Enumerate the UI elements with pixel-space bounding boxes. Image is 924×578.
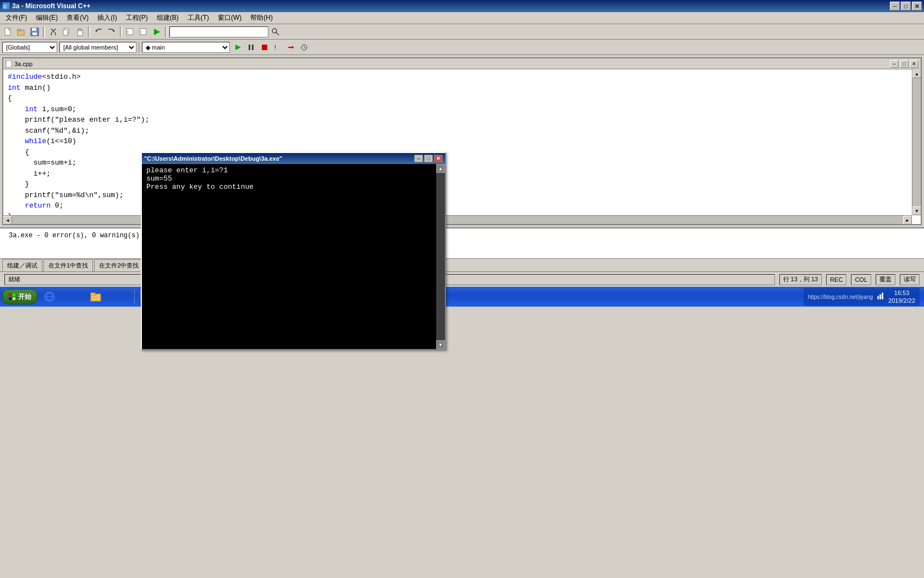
clock-date: 2019/2/22 [888, 297, 915, 304]
members-select[interactable]: [All global members] [59, 42, 136, 53]
debug-pause[interactable] [245, 41, 257, 53]
console-maximize[interactable]: □ [424, 155, 433, 162]
menu-project[interactable]: 工程(P) [123, 12, 151, 24]
editor-close[interactable]: ✕ [910, 60, 919, 68]
vscrollbar[interactable]: ▲ ▼ [912, 69, 921, 215]
code-editor-container: 3a.cpp ─ □ ✕ #include<stdio.h> int main(… [2, 57, 922, 225]
folder-icon [90, 291, 101, 302]
svg-rect-16 [78, 29, 81, 31]
menu-tools[interactable]: 工具(T) [184, 12, 212, 24]
svg-rect-28 [252, 45, 254, 50]
hscrollbar[interactable]: ◄ ► [3, 215, 912, 224]
console-window: "C:\Users\Administrator\Desktop\Debug\3a… [141, 152, 446, 350]
debug-toolbar: ! [232, 41, 310, 53]
start-button[interactable]: 开始 [2, 289, 37, 304]
debug-watch[interactable] [298, 41, 310, 53]
debug-stop[interactable] [258, 41, 271, 53]
run-button[interactable] [151, 26, 163, 38]
tab-find1[interactable]: 在文件1中查找 [43, 259, 93, 271]
quick-launch-2[interactable] [86, 290, 130, 304]
menu-file[interactable]: 文件(F) [2, 12, 30, 24]
sep3 [120, 26, 122, 37]
start-label: 开始 [18, 292, 31, 302]
menu-window[interactable]: 窗口(W) [215, 12, 245, 24]
console-scroll-up[interactable]: ▲ [436, 164, 445, 173]
svg-line-12 [55, 32, 56, 35]
tab-build[interactable]: 组建／调试 [2, 259, 42, 271]
svg-rect-8 [32, 32, 37, 35]
undo-button[interactable] [92, 26, 105, 38]
system-tray: https://blog.csdn.net/jiyang 16:53 2019/… [804, 288, 920, 306]
svg-rect-57 [879, 295, 881, 299]
open-button[interactable] [15, 26, 28, 38]
menu-bar: 文件(F) 编辑(E) 查看(V) 插入(I) 工程(P) 组建(B) 工具(T… [0, 12, 924, 24]
console-vscrollbar[interactable]: ▲ ▼ [436, 164, 445, 349]
status-readwrite: 读写 [900, 274, 920, 285]
tab-bar: 组建／调试 在文件1中查找 在文件2中查找 结果 SQL Debugging [0, 258, 924, 271]
copy-button[interactable] [61, 26, 73, 38]
scroll-track-v[interactable] [912, 78, 921, 206]
code-line-6: scanf("%d",&i); [8, 126, 910, 137]
svg-text:!: ! [127, 30, 128, 35]
redo-button[interactable] [106, 26, 118, 38]
compile-button[interactable]: ! [124, 26, 136, 38]
scroll-left[interactable]: ◄ [3, 216, 12, 224]
menu-help[interactable]: 帮助(H) [247, 12, 276, 24]
save-button[interactable] [29, 26, 41, 38]
console-body: please enter i,i=?1 sum=55 Press any key… [142, 164, 445, 349]
code-line-5: printf("please enter i,i=?"); [8, 114, 910, 126]
debug-restart[interactable]: ! [272, 41, 284, 53]
close-button[interactable]: ✕ [912, 2, 922, 10]
paste-button[interactable] [74, 26, 86, 38]
editor-title-bar: 3a.cpp ─ □ ✕ [3, 58, 921, 69]
menu-view[interactable]: 查看(V) [63, 12, 92, 24]
code-line-1: #include<stdio.h> [8, 72, 910, 83]
menu-insert[interactable]: 插入(I) [94, 12, 120, 24]
editor-minimize[interactable]: ─ [890, 60, 899, 68]
svg-rect-44 [91, 293, 95, 295]
console-minimize[interactable]: ─ [414, 155, 423, 162]
svg-line-10 [53, 29, 56, 32]
rec-text: REC [830, 276, 843, 283]
svg-line-35 [304, 47, 306, 48]
svg-rect-37 [9, 293, 12, 296]
scope-select[interactable]: [Globals] [2, 42, 57, 53]
svg-rect-29 [262, 45, 267, 50]
search-button[interactable] [270, 26, 282, 38]
taskbar: 开始 e 俄试射巡航导弹 C 3a - Microsoft... P N htt… [0, 287, 924, 307]
debug-break[interactable] [285, 41, 297, 53]
build-button[interactable]: ! [138, 26, 150, 38]
status-rowcol: 行 13，列 13 [779, 274, 822, 285]
scroll-down[interactable]: ▼ [912, 206, 921, 215]
quick-launch-1[interactable] [40, 290, 84, 304]
svg-rect-39 [9, 297, 12, 300]
new-button[interactable] [2, 26, 14, 38]
clock: 16:53 2019/2/22 [888, 289, 915, 305]
menu-build[interactable]: 组建(B) [153, 12, 182, 24]
search-input[interactable] [169, 26, 268, 37]
svg-rect-27 [249, 45, 250, 50]
scroll-right[interactable]: ► [903, 216, 912, 224]
maximize-button[interactable]: □ [901, 2, 911, 10]
scroll-up[interactable]: ▲ [912, 69, 921, 78]
cut-button[interactable] [47, 26, 59, 38]
svg-rect-7 [32, 28, 36, 31]
toolbar-context: [Globals] [All global members] ◆ main ! [0, 40, 924, 55]
svg-rect-36 [6, 61, 12, 67]
minimize-button[interactable]: ─ [890, 2, 900, 10]
console-close[interactable]: ✕ [434, 155, 443, 162]
file-icon [6, 61, 12, 67]
function-select[interactable]: ◆ main [142, 42, 230, 53]
menu-edit[interactable]: 编辑(E) [32, 12, 61, 24]
title-bar-left: C 3a - Microsoft Visual C++ [2, 2, 91, 10]
console-title: "C:\Users\Administrator\Desktop\Debug\3a… [144, 155, 282, 162]
debug-run[interactable] [232, 41, 244, 53]
tab-find2[interactable]: 在文件2中查找 [94, 259, 144, 271]
console-scroll-down[interactable]: ▼ [436, 340, 445, 349]
code-line-2: int main() [8, 83, 910, 94]
editor-maximize[interactable]: □ [900, 60, 909, 68]
tray-icon-1[interactable] [876, 292, 885, 302]
sep5 [139, 42, 140, 53]
sep4 [165, 26, 167, 37]
code-line-4: int i,sum=0; [8, 104, 910, 115]
